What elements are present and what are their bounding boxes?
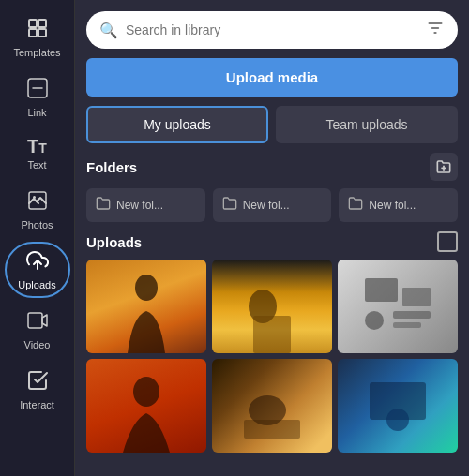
interact-icon xyxy=(26,369,49,395)
search-bar: 🔍 xyxy=(86,11,458,49)
uploads-section: Uploads xyxy=(86,231,458,453)
uploads-title: Uploads xyxy=(86,234,142,250)
tabs: My uploads Team uploads xyxy=(86,106,458,143)
search-icon: 🔍 xyxy=(99,22,118,39)
svg-rect-26 xyxy=(244,420,300,439)
folder-item[interactable]: New fol... xyxy=(213,188,332,222)
templates-icon xyxy=(26,17,49,43)
svg-point-24 xyxy=(133,377,159,407)
select-all-checkbox[interactable] xyxy=(437,231,458,252)
upload-media-button[interactable]: Upload media xyxy=(86,58,458,97)
sidebar-item-link[interactable]: Link xyxy=(5,69,70,126)
uploads-header: Uploads xyxy=(86,231,458,252)
video-icon xyxy=(26,309,49,335)
folder-name: New fol... xyxy=(243,199,290,212)
sidebar-item-label-video: Video xyxy=(24,339,51,350)
sidebar-item-label-interact: Interact xyxy=(20,399,54,410)
upload-image-6[interactable] xyxy=(338,359,458,453)
sidebar-item-text[interactable]: TT Text xyxy=(5,129,70,178)
tab-my-uploads[interactable]: My uploads xyxy=(86,106,268,143)
svg-rect-3 xyxy=(38,29,46,37)
svg-marker-10 xyxy=(42,315,47,326)
folders-list: New fol... New fol... New fol... xyxy=(86,188,458,222)
upload-image-3[interactable] xyxy=(338,260,458,353)
upload-image-4[interactable] xyxy=(86,359,206,453)
sidebar-item-interact[interactable]: Interact xyxy=(5,362,70,418)
svg-rect-9 xyxy=(28,313,42,328)
svg-rect-22 xyxy=(393,311,431,319)
folder-name: New fol... xyxy=(369,199,416,212)
folders-title: Folders xyxy=(86,159,137,175)
sidebar-item-label-templates: Templates xyxy=(13,47,60,58)
svg-rect-2 xyxy=(29,29,37,37)
svg-point-16 xyxy=(135,275,158,301)
sidebar-item-label-text: Text xyxy=(27,159,46,171)
folder-icon xyxy=(96,196,111,215)
folder-name: New fol... xyxy=(116,199,163,212)
uploads-icon xyxy=(26,249,49,275)
filter-icon[interactable] xyxy=(426,19,445,41)
svg-rect-23 xyxy=(393,322,421,328)
upload-image-1[interactable] xyxy=(86,260,206,353)
folder-item[interactable]: New fol... xyxy=(86,188,205,222)
sidebar-item-label-photos: Photos xyxy=(21,219,53,231)
upload-image-2[interactable] xyxy=(212,260,332,353)
folder-item[interactable]: New fol... xyxy=(339,188,458,222)
sidebar-item-label-link: Link xyxy=(27,107,46,118)
svg-rect-0 xyxy=(29,20,37,27)
folder-icon xyxy=(348,196,363,215)
svg-rect-19 xyxy=(365,278,398,302)
add-folder-button[interactable] xyxy=(430,153,458,181)
sidebar-item-video[interactable]: Video xyxy=(5,302,70,358)
svg-rect-18 xyxy=(253,316,291,353)
folders-header: Folders xyxy=(86,153,458,181)
search-input[interactable] xyxy=(126,22,418,37)
svg-point-28 xyxy=(386,409,409,431)
folder-icon xyxy=(222,196,237,215)
image-grid xyxy=(86,260,458,453)
sidebar-item-templates[interactable]: Templates xyxy=(5,9,70,66)
text-icon: TT xyxy=(27,137,47,156)
sidebar-item-uploads[interactable]: Uploads xyxy=(5,242,70,298)
folders-section: Folders New fol... New fol... xyxy=(86,153,458,222)
svg-rect-1 xyxy=(38,20,46,27)
upload-image-5[interactable] xyxy=(212,359,332,453)
main-panel: 🔍 Upload media My uploads Team uploads F… xyxy=(75,0,469,476)
tab-team-uploads[interactable]: Team uploads xyxy=(276,106,458,143)
link-icon xyxy=(26,77,49,103)
sidebar-item-photos[interactable]: Photos xyxy=(5,182,70,238)
svg-point-21 xyxy=(365,311,384,330)
photos-icon xyxy=(26,189,49,216)
svg-rect-20 xyxy=(402,288,431,306)
sidebar: Templates Link TT Text Photos Uploads Vi… xyxy=(0,0,75,476)
sidebar-item-label-uploads: Uploads xyxy=(18,279,55,290)
